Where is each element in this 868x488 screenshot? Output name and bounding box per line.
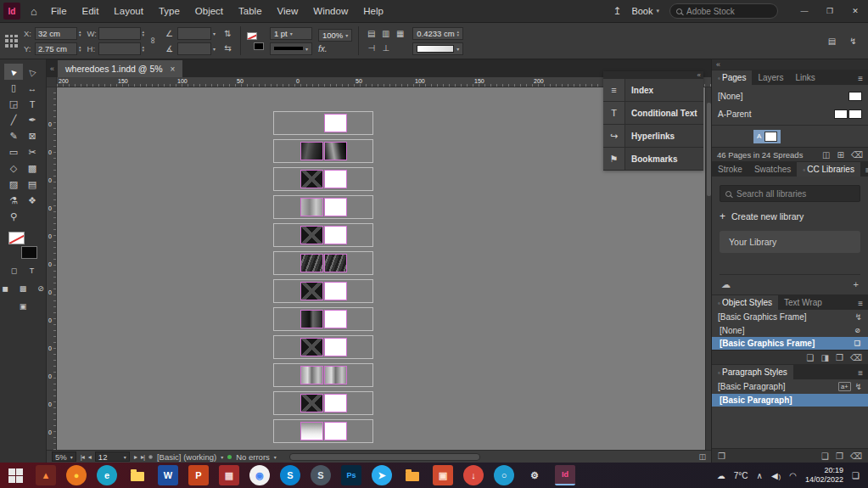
panel-button-index[interactable]: ≡Index xyxy=(603,79,703,102)
parent-row-a-parent[interactable]: A-Parent xyxy=(712,105,868,123)
apply-none-icon[interactable]: ⊘ xyxy=(34,283,48,294)
page-thumb-p5[interactable] xyxy=(300,310,323,328)
stroke-swatch[interactable] xyxy=(254,42,264,50)
page-thumb-blank[interactable] xyxy=(324,282,347,300)
page-number-field[interactable] xyxy=(98,452,120,462)
w-stepper[interactable]: ▴▾ xyxy=(143,30,145,36)
ruler-corner[interactable] xyxy=(47,77,57,87)
close-button[interactable]: ✕ xyxy=(843,0,868,22)
app-edge[interactable]: e xyxy=(97,465,117,485)
delete-page-icon[interactable]: ⌫ xyxy=(851,150,863,160)
start-button[interactable] xyxy=(5,465,25,485)
line-tool[interactable]: ╱ xyxy=(4,112,23,128)
blank-slot[interactable] xyxy=(23,209,42,225)
tab-stroke[interactable]: Stroke xyxy=(712,162,748,177)
gradient-feather-tool[interactable]: ▨ xyxy=(4,177,23,193)
page-thumb-x[interactable] xyxy=(300,282,323,300)
menu-object[interactable]: Object xyxy=(188,0,231,22)
zoom-level-dropdown[interactable]: 5% ▾ xyxy=(52,452,76,462)
minimize-button[interactable]: — xyxy=(792,0,817,22)
corner-stepper[interactable]: ▴▾ xyxy=(457,30,460,36)
page-thumb-blank[interactable] xyxy=(324,338,347,356)
page-thumb-p4[interactable] xyxy=(300,254,323,272)
flip-vertical-icon[interactable]: ⇅ xyxy=(221,28,234,40)
wrap-bounding-icon[interactable]: ▥ xyxy=(379,28,392,40)
library-item[interactable]: Your Library xyxy=(720,231,860,253)
menu-layout[interactable]: Layout xyxy=(106,0,151,22)
add-element-icon[interactable]: + xyxy=(854,279,859,290)
menu-edit[interactable]: Edit xyxy=(75,0,107,22)
page-thumb-x[interactable] xyxy=(300,226,323,244)
new-style-icon[interactable]: ❐ xyxy=(836,353,843,362)
scissors-tool[interactable]: ✂ xyxy=(23,144,42,160)
page-thumb-x[interactable] xyxy=(300,394,323,412)
corner-radius-dropdown[interactable]: 0.4233 cm ▴▾ xyxy=(412,27,463,40)
style-group-icon[interactable]: ❑ xyxy=(806,353,814,362)
fit-spread-icon[interactable]: ◫ xyxy=(698,452,706,461)
document-tab[interactable]: wheredoes 1.indd @ 5% × xyxy=(58,60,182,77)
apply-color-icon[interactable]: ◼ xyxy=(0,283,12,294)
page-thumb-blank[interactable] xyxy=(324,198,347,216)
formatting-affects-container-icon[interactable]: ◻ xyxy=(8,265,21,277)
library-search-input[interactable] xyxy=(736,189,854,199)
page-thumb-p2[interactable] xyxy=(324,142,347,160)
stroke-weight-dropdown[interactable]: 1 pt ▾ xyxy=(270,27,312,40)
adobe-stock-search[interactable] xyxy=(669,3,778,19)
pen-tool[interactable]: ✒ xyxy=(23,112,42,128)
stroke-color-swatch[interactable] xyxy=(21,246,37,259)
network-icon[interactable]: ◠ xyxy=(789,471,797,480)
note-tool[interactable]: ▤ xyxy=(23,177,42,193)
pencil-tool[interactable]: ✎ xyxy=(4,128,23,144)
toolbar-color-swatches[interactable] xyxy=(8,232,37,259)
quick-apply-icon[interactable]: ↯ xyxy=(855,312,862,322)
volume-icon[interactable]: ◀ xyxy=(771,471,781,480)
last-page-button[interactable]: ▸| xyxy=(141,453,144,461)
collapse-dock-icon[interactable]: « xyxy=(47,65,58,73)
eyedropper-tool[interactable]: ⚗ xyxy=(4,193,23,209)
quick-apply-icon[interactable]: ↯ xyxy=(847,35,860,47)
tab-paragraph-styles[interactable]: Paragraph Styles xyxy=(712,365,793,379)
menu-table[interactable]: Table xyxy=(231,0,270,22)
previous-page-button[interactable]: ◂ xyxy=(88,453,91,461)
page-thumb-x[interactable] xyxy=(300,170,323,188)
align-center-icon[interactable]: ⊥ xyxy=(379,42,392,54)
hidden-icons-chevron[interactable]: ∧ xyxy=(757,471,763,480)
page-thumb-p3[interactable] xyxy=(300,198,323,216)
page-thumb-p4[interactable] xyxy=(324,254,347,272)
page-thumbnail[interactable] xyxy=(764,132,777,142)
tab-swatches[interactable]: Swatches xyxy=(748,162,797,177)
tab-pages[interactable]: Pages xyxy=(712,70,752,85)
x-stepper[interactable]: ▴▾ xyxy=(79,30,81,36)
new-page-icon[interactable]: ⊞ xyxy=(837,150,843,160)
close-document-icon[interactable]: × xyxy=(171,65,176,74)
style-row-none[interactable]: [None]⊘ xyxy=(712,324,868,337)
chevron-down-icon[interactable]: ▾ xyxy=(274,454,277,460)
page-thumb-p6[interactable] xyxy=(324,366,347,384)
rotation-angle-field[interactable] xyxy=(177,27,211,40)
type-tool[interactable]: T xyxy=(23,96,42,112)
collapse-panels-icon[interactable]: « xyxy=(697,72,701,79)
selected-page-thumbnail[interactable]: A xyxy=(753,130,781,143)
app-installer[interactable]: ▦ xyxy=(219,465,239,485)
gradient-dropdown[interactable]: ▾ xyxy=(412,42,463,55)
book-dropdown[interactable]: Book ▾ xyxy=(631,6,659,16)
app-office[interactable]: ▣ xyxy=(433,465,453,485)
menu-help[interactable]: Help xyxy=(356,0,391,22)
screen-mode-icon[interactable]: ▣ xyxy=(16,300,30,312)
apply-gradient-icon[interactable]: ▩ xyxy=(16,283,30,294)
library-search[interactable] xyxy=(720,185,860,202)
app-word[interactable]: W xyxy=(158,465,178,485)
shear-angle-field[interactable] xyxy=(177,42,211,55)
menu-file[interactable]: File xyxy=(43,0,75,22)
temperature-label[interactable]: 7°C xyxy=(734,471,748,480)
content-collector-tool[interactable]: ◲ xyxy=(4,96,23,112)
panel-button-conditional-text[interactable]: TConditional Text xyxy=(603,102,703,125)
fill-stroke-swatches[interactable] xyxy=(247,32,264,50)
vertical-ruler[interactable]: 000000000000 xyxy=(47,87,57,450)
h-stepper[interactable]: ▴▾ xyxy=(143,45,145,52)
stroke-type-dropdown[interactable]: ▾ xyxy=(270,42,312,55)
clear-overrides-icon[interactable]: ◨ xyxy=(820,353,828,362)
page-thumb-blank[interactable] xyxy=(324,422,347,440)
panel-menu-icon[interactable]: ≡ xyxy=(853,368,868,379)
delete-style-icon[interactable]: ⌫ xyxy=(850,353,862,362)
